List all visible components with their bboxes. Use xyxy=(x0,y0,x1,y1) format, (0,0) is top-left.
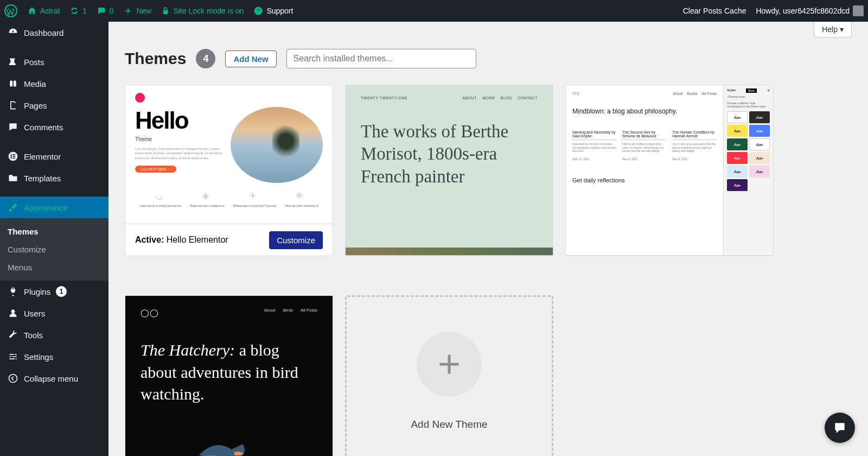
sidebar-item-media[interactable]: Media xyxy=(0,73,108,94)
updates-count: 1 xyxy=(82,7,87,15)
plugins-badge: 1 xyxy=(56,286,67,297)
sidebar-item-plugins[interactable]: Plugins 1 xyxy=(0,281,108,302)
preview-captions: Lorem ipsum is simply dummy textThere ar… xyxy=(135,204,323,207)
folder-icon xyxy=(8,173,18,183)
theme-card[interactable]: ◯◯ About Birds All Posts The Hatchery: a… xyxy=(125,295,333,456)
support-label: Support xyxy=(266,7,293,15)
brush-icon xyxy=(8,202,18,213)
theme-card-active[interactable]: Hello Theme I am text block. Click edit … xyxy=(125,85,333,256)
appearance-submenu: Themes Customize Menus xyxy=(0,218,108,281)
help-tab[interactable]: Help ▾ xyxy=(814,22,852,37)
comments-link[interactable]: 0 xyxy=(97,6,114,16)
site-lock-link[interactable]: Site Lock mode is on xyxy=(161,7,244,15)
search-input[interactable] xyxy=(286,49,476,68)
theme-name: Active: Hello Elementor xyxy=(135,235,228,245)
page-title: Themes xyxy=(125,49,186,68)
elementor-icon xyxy=(8,151,18,162)
theme-preview: Hello Theme I am text block. Click edit … xyxy=(125,85,333,224)
preview-brand: TWENTY TWENTY-ONE xyxy=(361,96,407,100)
site-link[interactable]: Astral xyxy=(27,6,60,16)
admin-toolbar: Astral 1 0 New Site Lock mode is on ? Su… xyxy=(0,0,868,22)
add-new-button[interactable]: Add New xyxy=(225,50,276,67)
page-header: Themes 4 Add New xyxy=(125,49,852,68)
pages-icon xyxy=(8,100,18,111)
svg-rect-5 xyxy=(12,154,15,155)
dashboard-icon xyxy=(8,27,18,38)
user-icon xyxy=(8,308,18,319)
sidebar-item-settings[interactable]: Settings xyxy=(0,346,108,368)
theme-preview: ◯◯ About Birds All Posts The Hatchery: a… xyxy=(125,296,333,456)
submenu-menus[interactable]: Menus xyxy=(0,258,108,276)
theme-preview: TT3 AboutBooksAll Posts Mindblown: a blo… xyxy=(566,85,773,256)
chevron-down-icon: ▾ xyxy=(840,25,844,34)
theme-card[interactable]: TWENTY TWENTY-ONE ABOUT WORK BLOG CONTAC… xyxy=(345,85,553,256)
sidebar-item-posts[interactable]: Posts xyxy=(0,51,108,73)
svg-rect-6 xyxy=(12,156,15,157)
site-name: Astral xyxy=(40,7,60,15)
add-theme-label: Add New Theme xyxy=(411,419,487,430)
lock-label: Site Lock mode is on xyxy=(173,7,244,15)
wrench-icon xyxy=(8,330,18,340)
preview-headline: The Hatchery: a blog about adventures in… xyxy=(141,339,317,406)
svg-text:?: ? xyxy=(257,8,260,14)
pin-icon xyxy=(8,56,18,67)
sidebar-item-tools[interactable]: Tools xyxy=(0,324,108,346)
preview-subtitle: Theme xyxy=(135,136,223,142)
sidebar-collapse[interactable]: Collapse menu xyxy=(0,368,108,389)
main-content: Help ▾ Themes 4 Add New Hello Theme I am… xyxy=(108,22,868,456)
sidebar-item-elementor[interactable]: Elementor xyxy=(0,145,108,167)
new-link[interactable]: New xyxy=(123,6,151,16)
sidebar-item-users[interactable]: Users xyxy=(0,302,108,324)
add-new-theme-card[interactable]: Add New Theme xyxy=(345,295,553,456)
preview-icons-row: ◡◈✈❄ xyxy=(135,191,323,201)
updates-link[interactable]: 1 xyxy=(69,6,87,16)
comments-count: 0 xyxy=(110,7,114,15)
submenu-themes[interactable]: Themes xyxy=(0,223,108,240)
sidebar-item-dashboard[interactable]: Dashboard xyxy=(0,22,108,43)
chat-fab[interactable] xyxy=(825,413,855,443)
preview-title: Hello xyxy=(135,107,223,134)
collapse-icon xyxy=(8,373,18,384)
themes-count-badge: 4 xyxy=(196,49,215,68)
svg-rect-4 xyxy=(11,154,12,159)
account-link[interactable]: Howdy, user6425fc8602dcd xyxy=(756,5,864,16)
svg-point-9 xyxy=(9,375,17,383)
howdy-text: Howdy, user6425fc8602dcd xyxy=(756,7,850,15)
logo-icon: ◯◯ xyxy=(141,308,159,317)
bird-icon xyxy=(194,433,264,456)
sidebar-item-templates[interactable]: Templates xyxy=(0,167,108,189)
svg-rect-7 xyxy=(12,158,15,159)
elementor-logo-icon xyxy=(135,93,145,103)
theme-card[interactable]: TT3 AboutBooksAll Posts Mindblown: a blo… xyxy=(565,85,774,256)
admin-sidebar: Dashboard Posts Media Pages Comments Ele… xyxy=(0,22,108,456)
plus-circle-icon xyxy=(417,332,482,397)
sliders-icon xyxy=(8,351,18,362)
plug-icon xyxy=(8,286,18,297)
sidebar-item-comments[interactable]: Comments xyxy=(0,116,108,138)
submenu-customize[interactable]: Customize xyxy=(0,240,108,258)
preview-image xyxy=(231,107,323,183)
preview-image-strip xyxy=(346,248,553,255)
theme-footer: Twenty Twenty-Three xyxy=(566,256,773,256)
sidebar-item-appearance[interactable]: Appearance xyxy=(0,197,108,218)
preview-lorem: I am text block. Click edit button to ch… xyxy=(135,147,223,160)
preview-headline: The works of Berthe Morisot, 1800s-era F… xyxy=(361,121,538,188)
customize-button[interactable]: Customize xyxy=(269,231,323,249)
preview-launch-button: Launch Project → xyxy=(135,166,176,173)
themes-grid: Hello Theme I am text block. Click edit … xyxy=(125,85,852,456)
sidebar-item-pages[interactable]: Pages xyxy=(0,94,108,116)
media-icon xyxy=(8,78,18,89)
wordpress-logo[interactable] xyxy=(4,4,17,17)
avatar-icon xyxy=(853,5,864,16)
theme-footer: Twenty Twenty-One xyxy=(346,256,553,256)
clear-cache-link[interactable]: Clear Posts Cache xyxy=(683,7,746,15)
support-link[interactable]: ? Support xyxy=(253,6,293,16)
new-label: New xyxy=(136,7,151,15)
comments-icon xyxy=(8,122,18,132)
theme-footer: Active: Hello Elementor Customize xyxy=(125,224,333,256)
theme-preview: TWENTY TWENTY-ONE ABOUT WORK BLOG CONTAC… xyxy=(346,85,553,256)
chat-icon xyxy=(833,421,847,435)
svg-point-8 xyxy=(11,309,15,313)
